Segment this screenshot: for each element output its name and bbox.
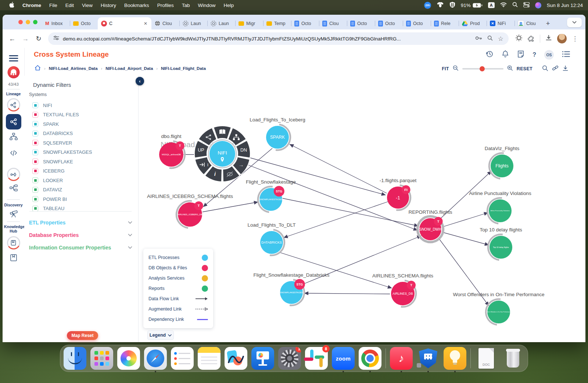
system-filter-tableau[interactable]: TABLEAU	[32, 206, 92, 212]
discovery-network-progress-icon[interactable]	[7, 168, 20, 181]
knowledge-book-progress-icon[interactable]	[7, 236, 20, 249]
checkbox[interactable]	[32, 177, 38, 183]
system-filter-snowflakestages[interactable]: SNOWFLAKESTAGES	[32, 149, 92, 155]
map-reset-button[interactable]: Map Reset	[67, 331, 98, 340]
tab[interactable]: Octo	[291, 17, 319, 29]
dock-app-slack[interactable]: 8	[305, 347, 328, 370]
dock-app-zoom[interactable]: zoom	[332, 347, 355, 370]
dock-app-notes[interactable]	[198, 347, 220, 370]
sitemap-icon[interactable]	[10, 133, 18, 142]
window-minimize-button[interactable]	[26, 20, 30, 24]
dock-app-freeform[interactable]	[225, 347, 247, 370]
help-icon[interactable]: ?	[533, 52, 536, 58]
dock-app-trash[interactable]	[502, 347, 524, 370]
menu-item-view[interactable]: View	[78, 3, 97, 8]
graph-node-airlines-schema-flights[interactable]: AIRLINES_DBTAIRLINES_SCHEMA.flights	[372, 273, 433, 307]
menu-items[interactable]: ChromeFileEditViewHistoryBookmarksProfil…	[18, 3, 238, 8]
graph-node-load-flights-to-dlt[interactable]: DATABRICKSLoad_Flights_To_DLT	[247, 222, 295, 255]
system-filter-textual-files[interactable]: TEXTUAL FILES	[32, 112, 92, 118]
input-source-icon[interactable]: A	[488, 2, 495, 8]
tab[interactable]: Clou	[319, 17, 347, 29]
tab[interactable]: Clou	[151, 17, 179, 29]
menu-item-edit[interactable]: Edit	[61, 3, 78, 8]
site-settings-icon[interactable]	[53, 35, 59, 42]
search-map-icon[interactable]	[542, 65, 548, 73]
breadcrumb-item[interactable]: NIFI-Load_Airlines_Data	[49, 66, 98, 71]
downloads-icon[interactable]	[545, 35, 552, 43]
tab-overflow-chevron[interactable]	[567, 18, 582, 27]
menu-item-help[interactable]: Help	[219, 3, 238, 8]
extensions-puzzle-icon[interactable]	[528, 35, 535, 43]
graph-node-flight-snowflakestage[interactable]: SNOWFLAKESTAGESSTGFlight_Snowflakestage	[246, 179, 296, 212]
graph-node-top-10-delay-flights[interactable]: Top 10 delay flightsTop 10 delay flights	[480, 227, 522, 260]
system-filter-power-bi[interactable]: POWER BI	[32, 196, 92, 202]
menu-item-window[interactable]: Window	[194, 3, 219, 8]
menu-item-file[interactable]: File	[45, 3, 61, 8]
menu-item-tab[interactable]: Tab	[178, 3, 194, 8]
tab-close-icon[interactable]: ✕	[143, 21, 148, 26]
graph-node-dataviz-flights[interactable]: FlightsDataViz_Flights	[485, 146, 520, 179]
dock-app-settings[interactable]: 1	[278, 347, 301, 370]
tab[interactable]: Octo	[347, 17, 375, 29]
menu-item-profiles[interactable]: Profiles	[153, 3, 178, 8]
user-initials-badge[interactable]: OS	[544, 50, 554, 60]
home-icon[interactable]	[35, 65, 41, 71]
filter-section-etl-properties[interactable]: ETL Properties	[29, 216, 132, 229]
dock-app-keynote[interactable]	[251, 347, 274, 370]
checkbox[interactable]	[32, 121, 38, 127]
zoom-slider[interactable]	[462, 68, 503, 70]
filter-section-information-consumer-properties[interactable]: Information Consumer Properties	[29, 241, 132, 254]
graph-node-airline-punctuality-violations[interactable]: Airline Punctuality ViolationsAirline Pu…	[469, 191, 531, 224]
checkbox[interactable]	[32, 159, 38, 164]
legend-toggle-button[interactable]: Legend	[147, 330, 174, 340]
tab[interactable]: BClou	[514, 17, 542, 29]
zoom-slider-thumb[interactable]	[480, 66, 485, 71]
graph-node-worst-offenders[interactable]: Worst Offenders in On-Time PerformanceWo…	[453, 292, 545, 325]
fit-button[interactable]: FIT	[442, 66, 449, 71]
checkbox[interactable]	[32, 102, 38, 108]
graph-node-load-flights-to-iceberg[interactable]: SPARKLoad_Flights_To_Iceberg	[250, 117, 305, 150]
graph-node-flights-parquet[interactable]: -1FI-1.flights.parquet	[380, 178, 417, 210]
password-key-icon[interactable]	[475, 35, 482, 42]
dock-app-documents[interactable]: DOC	[475, 347, 498, 370]
checkbox[interactable]	[32, 168, 38, 174]
breadcrumb-item[interactable]: NIFI-Load_Flight_Data	[161, 66, 206, 71]
window-close-button[interactable]	[18, 20, 23, 24]
reset-button[interactable]: RESET	[517, 66, 533, 71]
apple-menu-icon[interactable]	[5, 2, 18, 9]
system-filter-snowflake[interactable]: SNOWFLAKE	[32, 159, 92, 164]
forward-button[interactable]: →	[19, 35, 32, 43]
extension-sun-icon[interactable]	[515, 34, 523, 43]
browser-menu-icon[interactable]: ⋮	[572, 35, 578, 43]
tab-active[interactable]: C✕	[98, 17, 151, 29]
zoom-status-icon[interactable]: zm	[424, 2, 431, 9]
tab[interactable]: Octo	[375, 17, 403, 29]
system-filter-looker[interactable]: LOOKER	[32, 177, 92, 183]
hamburger-menu-icon[interactable]	[9, 54, 18, 63]
tab[interactable]: ✕NiFi	[487, 17, 514, 29]
panel-collapse-button[interactable]: ‹	[136, 77, 144, 85]
checkbox[interactable]	[32, 131, 38, 136]
spotlight-search-icon[interactable]	[512, 2, 518, 8]
tab[interactable]: Migr	[235, 17, 263, 29]
tab[interactable]: Prod	[459, 17, 487, 29]
checkbox[interactable]	[32, 149, 38, 155]
dock-app-photos[interactable]	[117, 347, 140, 370]
dock-app-music[interactable]: ♪	[390, 347, 413, 370]
system-filter-nifi[interactable]: NIFI	[32, 102, 92, 108]
back-button[interactable]: ←	[6, 35, 19, 43]
tab[interactable]: MInbox	[42, 17, 70, 29]
system-filter-dataviz[interactable]: DATAVIZ	[32, 187, 92, 193]
menu-item-bookmarks[interactable]: Bookmarks	[120, 3, 153, 8]
window-zoom-button[interactable]	[33, 20, 37, 24]
checkbox[interactable]	[32, 140, 38, 146]
checkbox[interactable]	[32, 112, 38, 118]
graph-node-flight-snowflakestage-databricks[interactable]: SNOWFLAKESTAGESSTGFlight_Snowflakestage_…	[253, 272, 329, 305]
graph-node-dbo-flight[interactable]: MSSQL_airlinesDBTdbo.flight	[159, 134, 185, 168]
bee-status-icon[interactable]	[437, 2, 444, 9]
wifi-icon[interactable]	[500, 2, 507, 8]
checkbox[interactable]	[32, 206, 38, 212]
url-text[interactable]: demo.eu.octopai.com/#/lineageSchema/JTdC…	[63, 36, 472, 42]
checkbox[interactable]	[32, 187, 38, 193]
new-tab-button[interactable]: +	[542, 17, 553, 29]
